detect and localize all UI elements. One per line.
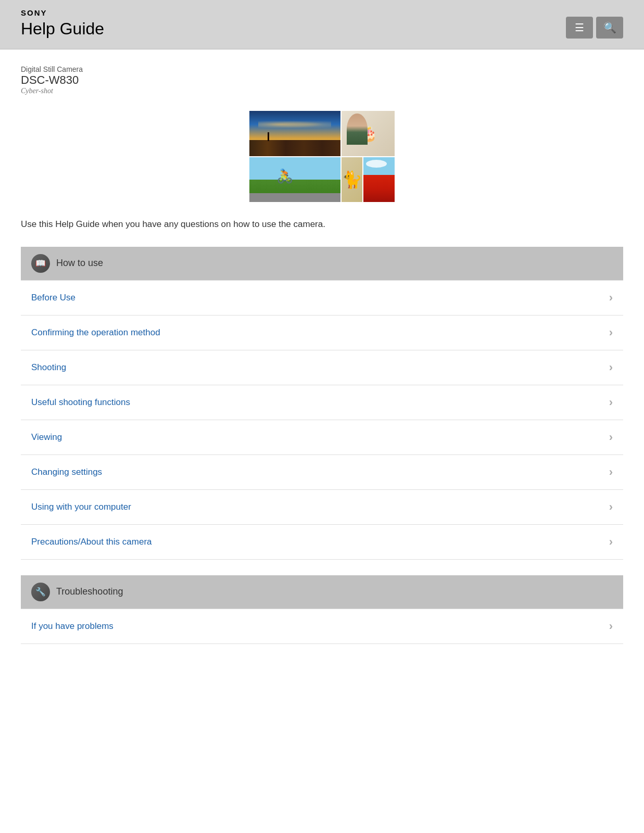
nav-precautions-label: Precautions/About this camera: [31, 537, 152, 547]
book-icon: 📖: [35, 258, 46, 268]
cyclist-image: 🚴: [249, 157, 340, 203]
search-button[interactable]: 🔍: [596, 17, 623, 39]
nav-viewing[interactable]: Viewing ›: [21, 420, 623, 455]
cyclist-icon: 🚴: [276, 168, 293, 184]
main-content: Digital Still Camera DSC-W830 Cyber-shot…: [0, 49, 644, 660]
nav-before-use[interactable]: Before Use ›: [21, 280, 623, 315]
chevron-right-icon-2: ›: [609, 326, 613, 339]
device-brand: Cyber-shot: [21, 87, 623, 95]
troubleshooting-nav: If you have problems ›: [21, 609, 623, 644]
chevron-right-icon-4: ›: [609, 396, 613, 409]
sunset-image: [249, 111, 340, 156]
chevron-right-icon: ›: [609, 291, 613, 305]
camera-image-container: 🎂 🚴 🐈: [21, 111, 623, 202]
how-to-use-header: 📖 How to use: [21, 247, 623, 280]
troubleshooting-title: Troubleshooting: [56, 586, 123, 597]
collage-field: [363, 157, 395, 203]
header: SONY Help Guide ☰ 🔍: [0, 0, 644, 49]
sunset-pier: [268, 132, 269, 141]
chevron-right-icon-7: ›: [609, 500, 613, 514]
collage-birthday: 🎂: [342, 111, 395, 156]
cat-image: 🐈: [342, 157, 362, 203]
how-to-use-title: How to use: [56, 258, 103, 269]
wrench-icon: 🔧: [35, 587, 46, 597]
troubleshooting-icon: 🔧: [31, 583, 50, 601]
device-info: Digital Still Camera DSC-W830 Cyber-shot: [21, 65, 623, 95]
field-image: [363, 157, 395, 203]
chevron-right-icon-3: ›: [609, 361, 613, 374]
nav-viewing-label: Viewing: [31, 432, 62, 443]
collage-sunset: [249, 111, 340, 156]
chevron-right-icon-6: ›: [609, 465, 613, 479]
nav-changing-settings[interactable]: Changing settings ›: [21, 455, 623, 489]
device-type: Digital Still Camera: [21, 65, 623, 73]
nav-changing-settings-label: Changing settings: [31, 467, 102, 477]
how-to-use-nav: Before Use › Confirming the operation me…: [21, 280, 623, 560]
nav-useful-shooting[interactable]: Useful shooting functions ›: [21, 385, 623, 420]
header-left: SONY Help Guide: [21, 8, 104, 39]
troubleshooting-section: 🔧 Troubleshooting If you have problems ›: [21, 575, 623, 644]
cyclist-road: [249, 193, 340, 202]
collage-cat: 🐈: [342, 157, 395, 203]
how-to-use-section: 📖 How to use Before Use › Confirming the…: [21, 247, 623, 560]
header-buttons: ☰ 🔍: [566, 17, 623, 39]
nav-useful-shooting-label: Useful shooting functions: [31, 397, 130, 408]
chevron-right-icon-8: ›: [609, 535, 613, 549]
field-clouds: [366, 160, 387, 168]
collage-cyclist: 🚴: [249, 157, 340, 203]
nav-confirming-operation-label: Confirming the operation method: [31, 327, 160, 338]
search-icon: 🔍: [603, 21, 616, 34]
nav-if-problems[interactable]: If you have problems ›: [21, 609, 623, 643]
birthday-image: 🎂: [342, 111, 395, 156]
birthday-person: [347, 113, 368, 145]
how-to-use-icon: 📖: [31, 254, 50, 273]
chevron-right-icon-5: ›: [609, 431, 613, 444]
nav-if-problems-label: If you have problems: [31, 621, 113, 632]
nav-confirming-operation[interactable]: Confirming the operation method ›: [21, 315, 623, 350]
nav-shooting-label: Shooting: [31, 362, 66, 373]
page-title: Help Guide: [21, 19, 104, 39]
nav-precautions[interactable]: Precautions/About this camera ›: [21, 524, 623, 559]
toc-icon: ☰: [575, 21, 584, 34]
nav-before-use-label: Before Use: [31, 293, 75, 303]
troubleshooting-header: 🔧 Troubleshooting: [21, 575, 623, 609]
chevron-right-icon-9: ›: [609, 620, 613, 633]
nav-using-computer[interactable]: Using with your computer ›: [21, 489, 623, 524]
nav-shooting[interactable]: Shooting ›: [21, 350, 623, 385]
device-model: DSC-W830: [21, 73, 623, 87]
toc-button[interactable]: ☰: [566, 17, 593, 39]
image-collage: 🎂 🚴 🐈: [249, 111, 395, 202]
description-text: Use this Help Guide when you have any qu…: [21, 218, 623, 231]
nav-using-computer-label: Using with your computer: [31, 502, 131, 512]
cat-icon: 🐈: [342, 170, 362, 190]
sony-logo: SONY: [21, 8, 104, 17]
sunset-clouds: [258, 120, 331, 129]
